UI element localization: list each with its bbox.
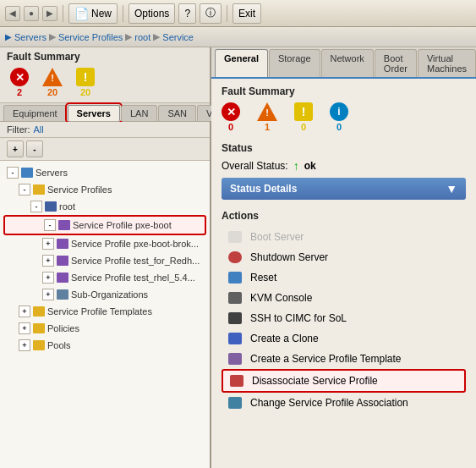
breadcrumb-item-1[interactable]: Service Profiles	[58, 32, 123, 42]
help-button[interactable]: ?	[178, 3, 196, 24]
tree-icon-profile-3	[57, 219, 71, 231]
tree-label-1: Service Profiles	[47, 182, 112, 197]
breadcrumb-item-3[interactable]: Service	[162, 32, 194, 42]
tree-label-6: Service Profile test_rhel_5.4...	[71, 270, 195, 285]
fault-icons-left: ✕ 2 ! 20 ! 20	[7, 66, 203, 99]
right-tab-network[interactable]: Network	[321, 49, 374, 77]
breadcrumb-item-0[interactable]: Servers	[14, 32, 47, 42]
actions-list: Boot ServerShutdown ServerResetKVM Conso…	[222, 227, 466, 413]
options-button[interactable]: Options	[129, 3, 175, 24]
filter-value: All	[34, 124, 44, 135]
tab-lan[interactable]: LAN	[121, 105, 157, 121]
action-icon-shutdown	[227, 251, 243, 264]
action-item-1[interactable]: Shutdown Server	[222, 247, 466, 267]
tree-item-4[interactable]: +Service Profile pxe-boot-brok...	[3, 235, 206, 252]
tree-expand-btn-3[interactable]: -	[44, 219, 56, 231]
nav-tabs-left: Equipment Servers LAN SAN VM Admin	[0, 103, 210, 122]
breadcrumb-sep-3: ▶	[153, 31, 160, 42]
tree-item-1[interactable]: -Service Profiles	[3, 181, 206, 198]
breadcrumb-sep-1: ▶	[49, 31, 56, 42]
action-item-4[interactable]: SSH to CIMC for SoL	[222, 308, 466, 328]
action-icon-clone	[227, 332, 243, 345]
filter-bar: Filter: All	[0, 122, 210, 138]
tree-icon-server-0	[20, 167, 34, 179]
right-tab-vms[interactable]: Virtual Machines	[418, 49, 476, 77]
tab-servers[interactable]: Servers	[68, 105, 120, 121]
major-icon-left: !	[42, 68, 63, 86]
tree-expand-btn-7[interactable]: +	[42, 289, 54, 300]
separator-1	[63, 5, 63, 22]
right-tab-storage[interactable]: Storage	[269, 49, 320, 77]
breadcrumb-sep-2: ▶	[125, 31, 132, 42]
info-label: ⓘ	[205, 6, 216, 20]
back-button[interactable]: ◀	[5, 6, 20, 21]
tree-expand-btn-8[interactable]: +	[19, 306, 30, 317]
tab-equipment[interactable]: Equipment	[3, 105, 67, 121]
info-count-right: 0	[336, 122, 342, 132]
tree-item-0[interactable]: -Servers	[3, 164, 206, 181]
action-item-5[interactable]: Create a Clone	[222, 328, 466, 349]
tree-item-7[interactable]: +Sub-Organizations	[3, 286, 206, 303]
fault-minor-right: ! 0	[294, 102, 313, 132]
tree-icon-org-2	[44, 201, 57, 212]
toolbar: ◀ ● ▶ 📄 New Options ? ⓘ Exit	[0, 0, 476, 27]
tree-expand-btn-4[interactable]: +	[42, 238, 54, 250]
info-button[interactable]: ⓘ	[200, 3, 222, 24]
tree-item-2[interactable]: -root	[3, 198, 206, 215]
action-label-6: Create a Service Profile Template	[250, 353, 402, 365]
action-label-5: Create a Clone	[250, 333, 319, 344]
breadcrumb-item-2[interactable]: root	[134, 32, 150, 42]
action-item-2[interactable]: Reset	[222, 267, 466, 288]
status-details-label: Status Details	[230, 183, 297, 195]
tree-expand-btn-0[interactable]: -	[7, 167, 19, 179]
tree-item-3[interactable]: -Service Profile pxe-boot	[3, 215, 206, 235]
tree-item-10[interactable]: +Pools	[3, 337, 206, 354]
tree-icon-folder-10	[32, 339, 46, 351]
action-label-0: Boot Server	[250, 231, 304, 243]
tree-item-9[interactable]: +Policies	[3, 320, 206, 337]
action-label-8: Change Service Profile Association	[250, 397, 408, 409]
fault-summary-left-title: Fault Summary	[7, 51, 203, 63]
forward-button[interactable]: ▶	[42, 6, 57, 21]
tree-expand-btn-2[interactable]: -	[30, 201, 42, 212]
status-details-bar[interactable]: Status Details ▼	[222, 178, 466, 200]
new-button[interactable]: 📄 New	[68, 3, 118, 24]
action-label-3: KVM Console	[250, 292, 312, 304]
info-icon-right: i	[330, 102, 348, 121]
action-item-6[interactable]: Create a Service Profile Template	[222, 349, 466, 369]
circle-button[interactable]: ●	[24, 6, 39, 21]
tree-expand-btn-10[interactable]: +	[19, 339, 30, 351]
tree-expand-btn-6[interactable]: +	[42, 272, 54, 284]
tab-san[interactable]: SAN	[158, 105, 196, 121]
action-item-7[interactable]: Disassociate Service Profile	[222, 369, 466, 393]
action-icon-kvm	[227, 291, 243, 305]
tree-label-0: Servers	[36, 165, 68, 180]
separator-2	[123, 5, 123, 22]
minor-count-right: 0	[301, 122, 306, 132]
critical-icon-right: ✕	[222, 102, 240, 121]
critical-count-left: 2	[17, 87, 22, 97]
right-tab-general[interactable]: General	[215, 49, 268, 77]
tree-icon-sub-org-7	[56, 289, 69, 300]
tree-icon-folder-8	[32, 306, 46, 317]
tree-expand-btn-9[interactable]: +	[19, 322, 30, 334]
right-panel: General Storage Network Boot Order Virtu…	[211, 47, 476, 468]
tree-collapse-all-btn[interactable]: -	[26, 140, 43, 157]
critical-icon-left: ✕	[10, 68, 29, 86]
action-item-3[interactable]: KVM Console	[222, 288, 466, 308]
exit-button[interactable]: Exit	[233, 3, 261, 24]
breadcrumb-arrow: ▶	[5, 32, 12, 41]
tree-label-7: Sub-Organizations	[71, 287, 148, 302]
fault-summary-right: Fault Summary ✕ 0 ! 1 !	[222, 85, 466, 132]
right-tab-bootorder[interactable]: Boot Order	[375, 49, 417, 77]
tree-item-5[interactable]: +Service Profile test_for_Redh...	[3, 252, 206, 269]
tree-label-5: Service Profile test_for_Redh...	[71, 253, 200, 268]
tree-item-6[interactable]: +Service Profile test_rhel_5.4...	[3, 269, 206, 286]
action-item-8[interactable]: Change Service Profile Association	[222, 393, 466, 413]
chevron-down-icon: ▼	[446, 182, 457, 195]
tree-toolbar: + -	[0, 138, 210, 161]
tree-expand-btn-5[interactable]: +	[42, 255, 54, 267]
tree-item-8[interactable]: +Service Profile Templates	[3, 303, 206, 320]
tree-expand-btn-1[interactable]: -	[19, 184, 30, 195]
tree-expand-all-btn[interactable]: +	[7, 140, 24, 157]
